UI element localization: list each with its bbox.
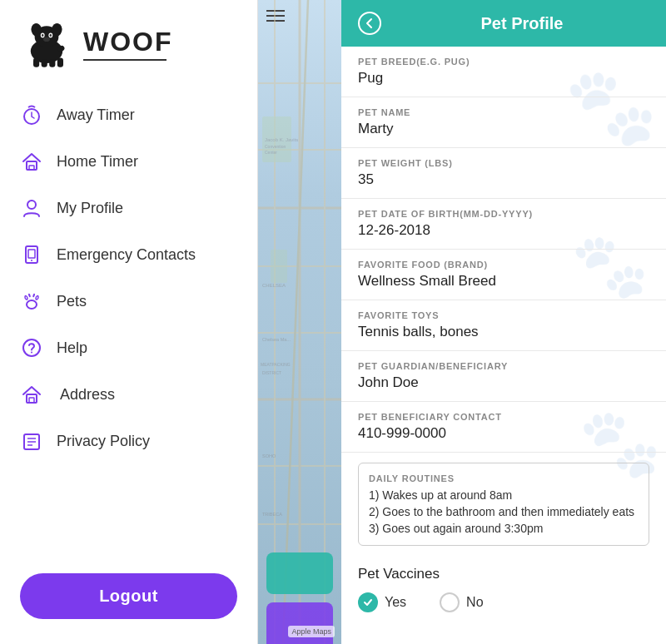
field-pet-beneficiary-label: PET BENEFICIARY CONTACT bbox=[358, 412, 649, 422]
field-favorite-food-label: FAVORITE FOOD (BRAND) bbox=[358, 260, 649, 270]
field-pet-name: PET NAME Marty bbox=[341, 97, 666, 148]
field-favorite-food: FAVORITE FOOD (BRAND) Wellness Small Bre… bbox=[341, 250, 666, 300]
daily-routine-item-1: 1) Wakes up at around 8am bbox=[369, 488, 639, 502]
svg-rect-11 bbox=[49, 59, 55, 67]
map-background: Jacob K. Javits Convention Center CHELSE… bbox=[258, 0, 341, 644]
map-streets: Jacob K. Javits Convention Center CHELSE… bbox=[258, 0, 341, 644]
svg-point-17 bbox=[27, 201, 36, 209]
sidebar-item-home-timer[interactable]: Home Timer bbox=[0, 138, 257, 185]
sidebar-item-privacy-policy[interactable]: Privacy Policy bbox=[0, 418, 257, 464]
profile-header-title: Pet Profile bbox=[395, 14, 649, 33]
field-pet-breed-value: Pug bbox=[358, 70, 649, 87]
svg-text:Center: Center bbox=[265, 150, 277, 155]
sidebar-item-my-profile[interactable]: My Profile bbox=[0, 185, 257, 231]
profile-header: Pet Profile bbox=[341, 0, 666, 47]
svg-text:MEATPACKING: MEATPACKING bbox=[261, 362, 291, 367]
home-timer-icon bbox=[20, 150, 43, 173]
field-pet-weight: PET WEIGHT (LBS) 35 bbox=[341, 148, 666, 199]
field-favorite-toys: FAVORITE TOYS Tennis balls, bones bbox=[341, 300, 666, 351]
pets-label: Pets bbox=[57, 293, 87, 310]
sidebar: WOOF Away Timer bbox=[0, 0, 258, 644]
radio-yes-indicator bbox=[358, 592, 378, 612]
help-icon bbox=[20, 336, 43, 359]
svg-point-6 bbox=[42, 34, 43, 37]
away-timer-icon bbox=[20, 103, 43, 126]
svg-rect-10 bbox=[42, 59, 47, 67]
address-label: Address bbox=[57, 386, 115, 404]
field-pet-breed: PET BREED(E.G. PUG) Pug bbox=[341, 47, 666, 97]
profile-icon bbox=[20, 196, 43, 220]
svg-rect-43 bbox=[271, 250, 287, 283]
pet-profile-panel: Pet Profile 🐾 🐾 🐾 PET BREED(E.G. PUG) Pu… bbox=[341, 0, 666, 644]
svg-point-7 bbox=[50, 34, 52, 37]
vaccines-no-label: No bbox=[466, 595, 483, 610]
svg-point-22 bbox=[23, 339, 40, 356]
svg-rect-12 bbox=[57, 58, 63, 67]
emergency-icon bbox=[20, 243, 43, 266]
map-purple-button[interactable] bbox=[266, 602, 333, 644]
emergency-contacts-label: Emergency Contacts bbox=[57, 246, 196, 264]
field-favorite-toys-value: Tennis balls, bones bbox=[358, 324, 649, 340]
svg-text:TRIBECA: TRIBECA bbox=[262, 512, 282, 517]
field-pet-guardian-label: PET GUARDIAN/BENEFICIARY bbox=[358, 361, 649, 371]
privacy-icon bbox=[20, 429, 43, 453]
privacy-policy-label: Privacy Policy bbox=[57, 433, 150, 450]
vaccines-radio-group: Yes No bbox=[358, 592, 649, 612]
vaccines-no-option[interactable]: No bbox=[440, 592, 483, 612]
woof-logo-icon bbox=[20, 17, 73, 70]
sidebar-item-emergency-contacts[interactable]: Emergency Contacts bbox=[0, 231, 257, 278]
field-pet-dob: PET DATE OF BIRTH(MM-DD-YYYY) 12-26-2018 bbox=[341, 199, 666, 250]
daily-routine-item-3: 3) Goes out again around 3:30pm bbox=[369, 522, 639, 535]
logo-area: WOOF bbox=[0, 0, 257, 83]
address-icon bbox=[20, 383, 43, 406]
svg-line-41 bbox=[283, 0, 308, 644]
vaccines-yes-option[interactable]: Yes bbox=[358, 592, 406, 612]
svg-rect-24 bbox=[27, 394, 37, 403]
radio-no-indicator bbox=[440, 592, 460, 612]
svg-point-8 bbox=[43, 37, 50, 42]
svg-text:Convention: Convention bbox=[265, 144, 286, 149]
svg-rect-16 bbox=[29, 166, 34, 170]
vaccines-title: Pet Vaccines bbox=[358, 566, 649, 582]
daily-routine-item-2: 2) Goes to the bathroom and then immedia… bbox=[369, 505, 639, 518]
field-pet-guardian: PET GUARDIAN/BENEFICIARY John Doe bbox=[341, 351, 666, 402]
sidebar-item-help[interactable]: Help bbox=[0, 324, 257, 371]
svg-point-20 bbox=[31, 260, 32, 261]
svg-text:CHELSEA: CHELSEA bbox=[262, 283, 286, 288]
field-pet-beneficiary: PET BENEFICIARY CONTACT 410-999-0000 bbox=[341, 402, 666, 453]
sidebar-item-address[interactable]: Address bbox=[0, 371, 257, 418]
logo-divider bbox=[83, 59, 166, 61]
profile-content: 🐾 🐾 🐾 PET BREED(E.G. PUG) Pug PET NAME M… bbox=[341, 47, 666, 644]
field-pet-breed-label: PET BREED(E.G. PUG) bbox=[358, 57, 649, 67]
logout-button[interactable]: Logout bbox=[20, 573, 237, 619]
field-favorite-toys-label: FAVORITE TOYS bbox=[358, 310, 649, 320]
logout-area: Logout bbox=[0, 557, 257, 644]
back-button[interactable] bbox=[358, 12, 381, 35]
map-teal-button[interactable] bbox=[266, 552, 333, 594]
field-pet-name-value: Marty bbox=[358, 121, 649, 137]
svg-text:DISTRICT: DISTRICT bbox=[262, 370, 281, 375]
field-pet-guardian-value: John Doe bbox=[358, 374, 649, 391]
svg-text:Jacob K. Javits: Jacob K. Javits bbox=[265, 137, 298, 142]
daily-routines-label: DAILY ROUTINES bbox=[369, 473, 639, 483]
app-name: WOOF bbox=[83, 27, 173, 57]
svg-point-23 bbox=[31, 352, 32, 354]
field-pet-dob-label: PET DATE OF BIRTH(MM-DD-YYYY) bbox=[358, 209, 649, 219]
sidebar-item-away-timer[interactable]: Away Timer bbox=[0, 92, 257, 138]
vaccines-yes-label: Yes bbox=[385, 595, 406, 610]
daily-routines-box: DAILY ROUTINES 1) Wakes up at around 8am… bbox=[358, 463, 649, 546]
field-favorite-food-value: Wellness Small Breed bbox=[358, 273, 649, 290]
my-profile-label: My Profile bbox=[57, 200, 123, 217]
svg-text:SOHO: SOHO bbox=[262, 453, 276, 458]
field-pet-weight-value: 35 bbox=[358, 171, 649, 188]
svg-point-21 bbox=[27, 300, 37, 309]
sidebar-item-pets[interactable]: Pets bbox=[0, 278, 257, 324]
svg-rect-9 bbox=[33, 58, 39, 67]
field-pet-dob-value: 12-26-2018 bbox=[358, 222, 649, 239]
svg-text:Chelsea Ma...: Chelsea Ma... bbox=[262, 337, 291, 342]
map-panel: Jacob K. Javits Convention Center CHELSE… bbox=[258, 0, 341, 644]
svg-rect-19 bbox=[28, 250, 35, 258]
home-timer-label: Home Timer bbox=[57, 153, 138, 171]
pets-icon bbox=[20, 290, 43, 313]
help-label: Help bbox=[57, 339, 87, 357]
